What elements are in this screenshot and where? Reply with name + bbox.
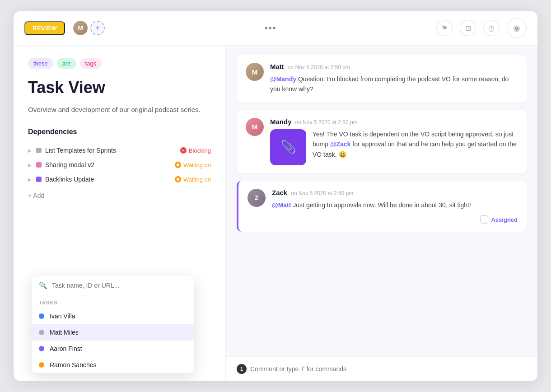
right-panel: M Matt on Nov 5 2020 at 2:50 pm @Mandy Q…	[226, 46, 537, 381]
comment-header-matt: Matt on Nov 5 2020 at 2:50 pm	[270, 63, 518, 70]
dep-item-1: ▶ Sharing modal v2 Waiting on	[28, 158, 211, 172]
left-panel: these are tags Task View Overview and de…	[14, 46, 226, 381]
task-description: Overview and development of our original…	[28, 104, 211, 115]
comment-header-zack: Zack on Nov 5 2020 at 2:50 pm	[272, 189, 518, 196]
avatar: M	[72, 20, 89, 36]
comment-input-area: 1	[226, 356, 537, 381]
assigned-checkbox[interactable]	[480, 215, 488, 224]
top-bar: REVIEW M + ••• ⚑ ⊡ ◷ ◉	[14, 11, 537, 46]
dep-arrow-0: ▶	[28, 148, 32, 153]
tag-these[interactable]: these	[28, 58, 53, 69]
comment-mandy: M Mandy on Nov 5 2020 at 2:50 pm 📎 Yes! …	[237, 110, 527, 173]
plus-icon: +	[96, 24, 100, 32]
dep-name-1: Sharing modal v2	[45, 161, 171, 168]
avatar-group: M +	[72, 20, 105, 36]
tag-are[interactable]: are	[57, 58, 76, 69]
clock-icon: ◷	[488, 24, 495, 33]
task-dot-2	[39, 346, 44, 351]
comment-text-zack: @Matt Just getting to approvals now. Wil…	[272, 200, 518, 210]
comments-area: M Matt on Nov 5 2020 at 2:50 pm @Mandy Q…	[226, 46, 537, 356]
comment-author-zack: Zack	[272, 189, 287, 196]
search-task-item-2[interactable]: Aaron Finst	[32, 341, 194, 357]
task-dot-0	[39, 313, 44, 319]
task-dot-1	[39, 330, 44, 335]
dep-dot-1	[36, 162, 42, 168]
search-task-item-0[interactable]: Ivan Villa	[32, 308, 194, 324]
comment-zack: Z Zack on Nov 5 2020 at 2:50 pm @Matt Ju…	[237, 181, 527, 232]
attachment-thumbnail: 📎	[270, 129, 306, 165]
comment-author-matt: Matt	[270, 63, 284, 70]
add-member-button[interactable]: +	[90, 21, 105, 35]
dep-arrow-2: ▶	[28, 177, 32, 182]
avatar-zack: Z	[247, 189, 266, 207]
waiting-icon-1	[175, 162, 181, 168]
avatar-mandy: M	[246, 118, 264, 136]
search-input-row: 🔍	[32, 276, 194, 295]
comment-time-mandy: on Nov 5 2020 at 2:50 pm	[295, 119, 358, 126]
eye-icon-button[interactable]: ◉	[507, 18, 527, 38]
comment-body-matt: Matt on Nov 5 2020 at 2:50 pm @Mandy Que…	[270, 63, 518, 94]
comment-input[interactable]	[250, 365, 527, 373]
dep-badge-0: − Blocking	[180, 147, 211, 154]
dep-item-2: ▶ Backlinks Update Waiting on	[28, 172, 211, 187]
mention-zack: @Zack	[330, 140, 351, 148]
dep-badge-1: Waiting on	[175, 162, 211, 168]
task-title: Task View	[28, 78, 211, 97]
search-icon: 🔍	[39, 281, 47, 289]
dep-dot-2	[36, 177, 42, 182]
assigned-badge: Assigned	[272, 215, 518, 224]
flag-icon: ⚑	[441, 24, 448, 33]
dep-badge-2: Waiting on	[175, 176, 211, 183]
comment-body-zack: Zack on Nov 5 2020 at 2:50 pm @Matt Just…	[272, 189, 518, 224]
comment-matt: M Matt on Nov 5 2020 at 2:50 pm @Mandy Q…	[237, 55, 527, 103]
eye-icon: ◉	[513, 23, 520, 33]
add-dependency-button[interactable]: + Add	[28, 192, 211, 199]
waiting-icon-2	[175, 176, 181, 182]
comment-text-matt: @Mandy Question: I'm blocked from comple…	[270, 74, 518, 94]
tags-row: these are tags	[28, 58, 211, 69]
tag-tags[interactable]: tags	[80, 58, 102, 69]
comment-body-mandy: Mandy on Nov 5 2020 at 2:50 pm 📎 Yes! Th…	[270, 118, 518, 165]
search-task-item-3[interactable]: Ramon Sanches	[32, 357, 194, 373]
comment-time-matt: on Nov 5 2020 at 2:50 pm	[288, 64, 350, 70]
dep-name-0: List Templates for Sprints	[45, 147, 177, 154]
comment-text-mandy: Yes! The VO task is dependent on the VO …	[313, 129, 518, 159]
calendar-icon: ⊡	[465, 24, 471, 33]
dep-name-2: Backlinks Update	[45, 176, 171, 183]
user-avatar: M	[73, 21, 88, 35]
task-item-name-2: Aaron Finst	[50, 345, 82, 352]
calendar-icon-button[interactable]: ⊡	[460, 20, 476, 36]
task-item-name-3: Ramon Sanches	[50, 361, 97, 369]
search-dropdown: 🔍 TASKS Ivan Villa Matt Miles Aaron Fins…	[32, 276, 194, 373]
task-item-name-0: Ivan Villa	[50, 313, 75, 320]
dep-item-0: ▶ List Templates for Sprints − Blocking	[28, 143, 211, 158]
task-item-name-1: Matt Miles	[50, 329, 79, 336]
top-bar-right: ⚑ ⊡ ◷ ◉	[436, 18, 527, 38]
clock-icon-button[interactable]: ◷	[483, 20, 500, 36]
search-input[interactable]	[52, 282, 187, 289]
notification-badge: 1	[237, 364, 247, 374]
dependencies-label: Dependencies	[28, 128, 211, 136]
main-content: these are tags Task View Overview and de…	[14, 46, 537, 381]
dependencies-list: ▶ List Templates for Sprints − Blocking …	[28, 143, 211, 187]
search-task-item-1[interactable]: Matt Miles	[32, 324, 194, 341]
avatar-matt: M	[246, 63, 264, 81]
comment-author-mandy: Mandy	[270, 118, 292, 126]
review-badge[interactable]: REVIEW	[24, 21, 65, 35]
app-container: REVIEW M + ••• ⚑ ⊡ ◷ ◉	[14, 11, 537, 381]
mention-matt: @Matt	[272, 201, 291, 209]
comment-attachment-area: 📎 Yes! The VO task is dependent on the V…	[270, 129, 518, 165]
blocking-icon: −	[180, 147, 187, 154]
comment-time-zack: on Nov 5 2020 at 2:50 pm	[291, 190, 353, 196]
comment-header-mandy: Mandy on Nov 5 2020 at 2:50 pm	[270, 118, 518, 126]
dep-dot-0	[36, 148, 42, 153]
task-dot-3	[39, 362, 44, 368]
more-options-button[interactable]: •••	[265, 23, 277, 33]
tasks-section-label: TASKS	[32, 295, 194, 308]
mention-mandy: @Mandy	[270, 75, 296, 83]
assigned-label: Assigned	[491, 216, 518, 223]
dep-arrow-1: ▶	[28, 163, 32, 168]
flag-icon-button[interactable]: ⚑	[436, 20, 453, 36]
paperclip-icon: 📎	[280, 140, 296, 154]
